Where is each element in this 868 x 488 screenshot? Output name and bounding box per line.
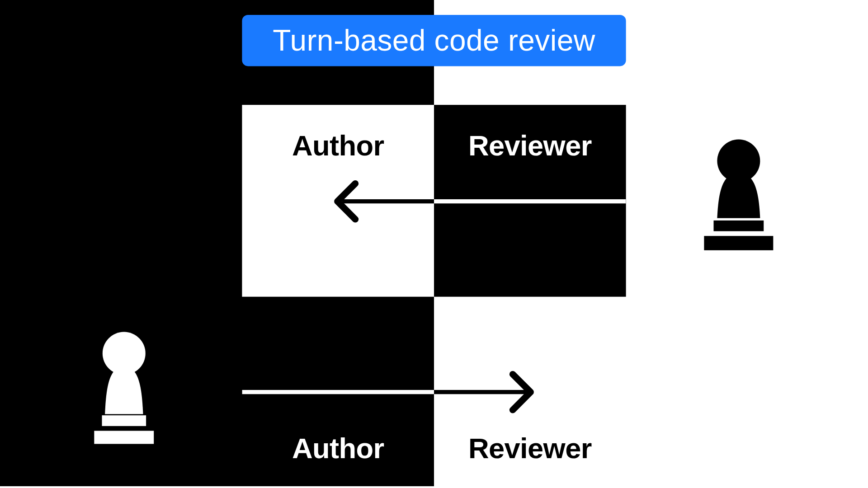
svg-rect-13 [704, 236, 773, 250]
author-label-top: Author [242, 129, 434, 162]
reviewer-label-top: Reviewer [434, 129, 626, 162]
svg-rect-12 [713, 221, 764, 231]
pawn-white-icon [88, 331, 160, 456]
title-text: Turn-based code review [273, 23, 595, 57]
svg-rect-9 [102, 415, 146, 426]
svg-rect-10 [94, 431, 154, 444]
arrow-author-to-reviewer-icon [242, 370, 536, 415]
arrow-reviewer-to-author-icon [331, 179, 626, 224]
title-banner: Turn-based code review [242, 15, 626, 66]
author-label-bottom: Author [242, 432, 434, 465]
pawn-black-icon [698, 138, 779, 258]
diagram-canvas: Turn-based code review Author Reviewer [0, 0, 868, 486]
reviewer-label-bottom: Reviewer [434, 432, 626, 465]
